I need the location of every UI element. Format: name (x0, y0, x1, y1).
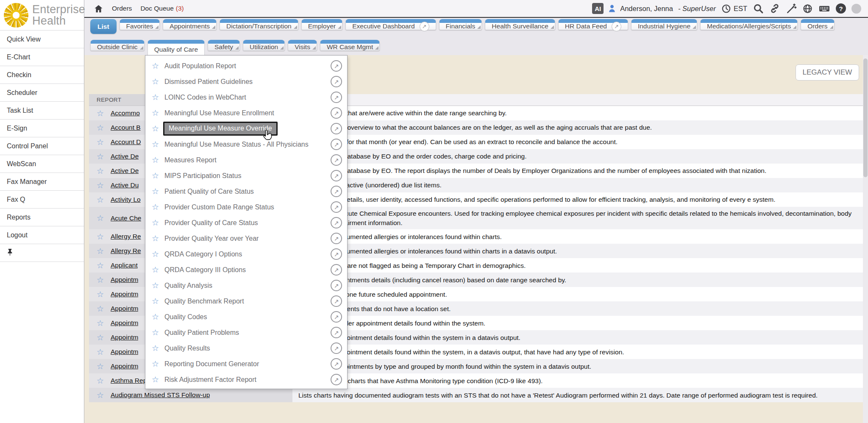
open-in-new-window-icon[interactable]: ↗ (331, 342, 342, 354)
sidebar-item-reports[interactable]: Reports (0, 209, 84, 226)
menu-item-provider-custom-date-range-status[interactable]: ☆Provider Custom Date Range Status↗ (145, 199, 347, 215)
report-link[interactable]: Appointm (111, 334, 138, 341)
open-in-new-window-icon[interactable]: ↗ (331, 201, 342, 213)
menu-item-mips-participation-status[interactable]: ☆MIPS Participation Status↗ (145, 168, 347, 184)
report-link[interactable]: Account B (111, 124, 141, 131)
report-link[interactable]: Active Du (111, 181, 139, 189)
report-link[interactable]: Acute Che (111, 214, 141, 222)
favorite-star-icon[interactable]: ☆ (97, 261, 107, 270)
favorite-star-icon[interactable]: ☆ (97, 246, 107, 256)
favorite-star-icon[interactable]: ☆ (97, 275, 107, 285)
tab-medications-allergies-scripts[interactable]: Medications/Allergies/Scripts (700, 19, 798, 30)
favorite-star-icon[interactable]: ☆ (152, 375, 161, 384)
sidebar-item-logout[interactable]: Logout (0, 226, 84, 244)
favorite-star-icon[interactable]: ☆ (152, 92, 161, 102)
open-in-new-window-icon[interactable]: ↗ (331, 327, 342, 338)
tab-utilization[interactable]: Utilization (243, 40, 285, 51)
tab-visits[interactable]: Visits (288, 40, 317, 51)
sidebar-item-e-chart[interactable]: E-Chart (0, 48, 84, 66)
report-link[interactable]: Accommo (111, 109, 140, 117)
favorite-star-icon[interactable]: ☆ (97, 289, 107, 299)
favorite-star-icon[interactable]: ☆ (97, 232, 107, 242)
favorite-star-icon[interactable]: ☆ (97, 390, 107, 400)
open-in-new-window-icon[interactable]: ↗ (331, 264, 342, 276)
favorite-star-icon[interactable]: ☆ (152, 108, 161, 118)
report-link[interactable]: Appointm (111, 348, 138, 356)
favorite-star-icon[interactable]: ☆ (97, 195, 107, 205)
open-in-new-window-icon[interactable]: ↗ (331, 358, 342, 370)
open-in-new-window-icon[interactable]: ↗ (331, 154, 342, 166)
favorite-star-icon[interactable]: ☆ (152, 234, 161, 243)
report-link[interactable]: Applicant (111, 262, 138, 269)
open-in-new-window-icon[interactable]: ↗ (331, 123, 342, 134)
report-link[interactable]: Activity Lo (111, 196, 141, 203)
keyboard-icon[interactable] (818, 3, 830, 14)
tab-list[interactable]: List (90, 19, 117, 34)
favorite-star-icon[interactable]: ☆ (97, 318, 107, 328)
menu-item-dismissed-patient-guidelines[interactable]: ☆Dismissed Patient Guidelines↗ (145, 74, 347, 89)
search-icon[interactable] (753, 3, 764, 14)
sidebar-item-e-sign[interactable]: E-Sign (0, 120, 84, 137)
open-in-new-window-icon[interactable]: ↗ (331, 374, 342, 385)
favorite-star-icon[interactable]: ☆ (152, 218, 161, 228)
favorite-star-icon[interactable]: ☆ (97, 347, 107, 357)
presence-circle-icon[interactable] (851, 4, 861, 14)
pushpin-icon[interactable] (7, 248, 13, 258)
report-link[interactable]: Appointm (111, 290, 138, 298)
menu-item-provider-quality-year-over-year[interactable]: ☆Provider Quality Year over Year↗ (145, 231, 347, 246)
menu-item-risk-adjustment-factor-report[interactable]: ☆Risk Adjustment Factor Report↗ (145, 372, 347, 387)
favorite-star-icon[interactable]: ☆ (152, 328, 161, 337)
ai-badge[interactable]: AI (592, 3, 604, 14)
topbar-link-doc-queue[interactable]: Doc Queue (140, 5, 173, 12)
tab-employer[interactable]: Employer (301, 19, 342, 30)
favorite-star-icon[interactable]: ☆ (152, 265, 161, 275)
report-link[interactable]: Allergy Re (111, 233, 141, 240)
sidebar-item-scheduler[interactable]: Scheduler (0, 84, 84, 102)
help-icon[interactable]: ? (836, 3, 846, 14)
sidebar-item-webscan[interactable]: WebScan (0, 155, 84, 173)
sidebar-pin-row[interactable] (0, 244, 84, 262)
menu-item-meaningful-use-measure-override[interactable]: ☆Meaningful Use Measure Override↗ (145, 121, 347, 136)
open-in-new-window-icon[interactable]: ↗ (331, 107, 342, 119)
menu-item-quality-benchmark-report[interactable]: ☆Quality Benchmark Report↗ (145, 293, 347, 309)
tab-outside-clinic[interactable]: Outside Clinic (90, 40, 145, 51)
tab-hr-data-feed[interactable]: HR Data Feed↗ (558, 19, 628, 30)
favorite-star-icon[interactable]: ☆ (97, 137, 107, 147)
favorite-star-icon[interactable]: ☆ (152, 343, 161, 353)
report-link[interactable]: Appointm (111, 362, 138, 370)
report-link[interactable]: Account D (111, 138, 141, 146)
tab-quality-of-care[interactable]: Quality of Care (147, 40, 205, 56)
menu-item-quality-codes[interactable]: ☆Quality Codes↗ (145, 309, 347, 325)
report-link[interactable]: Appointm (111, 319, 138, 327)
user-name[interactable]: Anderson, Jenna (620, 5, 673, 13)
menu-item-patient-quality-of-care-status[interactable]: ☆Patient Quality of Care Status↗ (145, 184, 347, 199)
favorite-star-icon[interactable]: ☆ (152, 139, 161, 149)
favorite-star-icon[interactable]: ☆ (97, 109, 107, 118)
report-link[interactable]: Appointm (111, 305, 138, 312)
report-link[interactable]: Audiogram Missed STS Follow-up (111, 391, 210, 399)
tab-favorites[interactable]: Favorites (120, 19, 160, 30)
legacy-view-button[interactable]: LEGACY VIEW (796, 64, 859, 81)
menu-item-meaningful-use-measure-status-all-physicians[interactable]: ☆Meaningful Use Measure Status - All Phy… (145, 136, 347, 152)
report-link[interactable]: Appointm (111, 276, 138, 284)
tab-wr-case-mgmt[interactable]: WR Case Mgmt (320, 40, 380, 51)
scrollbar-thumb[interactable] (863, 58, 868, 177)
favorite-star-icon[interactable]: ☆ (152, 155, 161, 165)
topbar-link-orders[interactable]: Orders (112, 5, 132, 12)
menu-item-audit-population-report[interactable]: ☆Audit Population Report↗ (145, 58, 347, 74)
open-in-new-window-icon[interactable]: ↗ (331, 280, 342, 291)
open-in-new-window-icon[interactable]: ↗ (331, 186, 342, 197)
sidebar-item-fax-manager[interactable]: Fax Manager (0, 173, 84, 191)
home-icon[interactable] (94, 4, 103, 14)
report-link[interactable]: Active De (111, 153, 139, 160)
sidebar-item-control-panel[interactable]: Control Panel (0, 137, 84, 155)
magic-wand-icon[interactable] (786, 3, 797, 14)
favorite-star-icon[interactable]: ☆ (97, 123, 107, 133)
open-in-new-window-icon[interactable]: ↗ (331, 233, 342, 244)
favorite-star-icon[interactable]: ☆ (97, 304, 107, 314)
menu-item-loinc-codes-in-webchart[interactable]: ☆LOINC Codes in WebChart↗ (145, 89, 347, 105)
sidebar-item-quick-view[interactable]: Quick View (0, 31, 84, 48)
favorite-star-icon[interactable]: ☆ (97, 333, 107, 342)
sidebar-item-checkin[interactable]: Checkin (0, 66, 84, 84)
favorite-star-icon[interactable]: ☆ (152, 281, 161, 290)
